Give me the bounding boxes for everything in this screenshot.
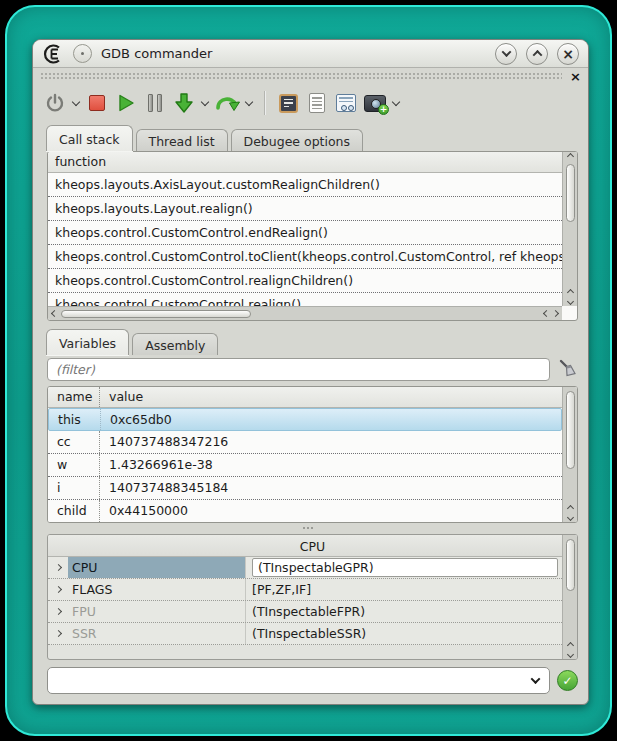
scroll-down-icon[interactable] xyxy=(566,298,573,305)
cpu-panel-title: CPU xyxy=(48,535,577,557)
gdb-command-combobox[interactable] xyxy=(47,667,550,694)
variable-row[interactable]: this 0xc65db0 xyxy=(48,408,562,431)
filter-input[interactable] xyxy=(47,358,550,381)
dock-close-icon[interactable]: × xyxy=(570,70,581,83)
run-button[interactable] xyxy=(114,89,138,117)
tab-call-stack[interactable]: Call stack xyxy=(46,125,133,151)
variable-name: w xyxy=(48,454,100,476)
scroll-left-icon[interactable] xyxy=(543,310,550,317)
tab-thread-list[interactable]: Thread list xyxy=(136,129,228,151)
watch-windows-button[interactable] xyxy=(334,89,358,117)
cpu-view-button[interactable] xyxy=(276,89,300,117)
expand-chevron-icon[interactable] xyxy=(48,631,68,636)
call-stack-row[interactable]: kheops.control.CustomControl.realign() xyxy=(48,293,562,306)
chevron-up-icon xyxy=(532,50,542,60)
call-stack-row[interactable]: kheops.layouts.Layout.realign() xyxy=(48,197,562,221)
column-header-value[interactable]: value xyxy=(100,387,577,407)
cpu-register-row[interactable]: SSR (TInspectableSSR) xyxy=(48,623,562,645)
pause-icon xyxy=(148,94,162,112)
register-value-box[interactable]: (TInspectableGPR) xyxy=(252,558,558,577)
tab-variables[interactable]: Variables xyxy=(46,329,129,355)
register-value: [PF,ZF,IF] xyxy=(246,579,562,600)
tab-debugee-options[interactable]: Debugee options xyxy=(231,129,364,151)
snapshot-add-button[interactable]: + xyxy=(363,89,387,117)
variable-name: i xyxy=(48,477,100,499)
cpu-chip-icon xyxy=(279,94,298,113)
cpu-register-row[interactable]: FPU (TInspectableFPR) xyxy=(48,601,562,623)
scroll-down-icon[interactable] xyxy=(566,651,573,658)
scrollbar-thumb[interactable] xyxy=(566,164,575,222)
scrollbar-thumb[interactable] xyxy=(566,539,575,591)
watch-window-icon xyxy=(336,94,356,112)
dock-grip-texture[interactable] xyxy=(40,72,562,81)
cpu-register-row[interactable]: FLAGS [PF,ZF,IF] xyxy=(48,579,562,601)
step-over-button[interactable] xyxy=(214,89,240,117)
step-over-dropdown-chevron-icon[interactable] xyxy=(245,98,253,106)
output-log-button[interactable] xyxy=(305,89,329,117)
variable-value: 1.43266961e-38 xyxy=(100,454,562,476)
check-icon: ✓ xyxy=(562,674,572,688)
variable-row[interactable]: cc 140737488347216 xyxy=(48,431,562,454)
step-into-button[interactable] xyxy=(172,89,196,117)
call-stack-vertical-scrollbar[interactable] xyxy=(562,152,577,306)
scroll-up-icon[interactable] xyxy=(566,289,573,296)
snapshot-dropdown-chevron-icon[interactable] xyxy=(392,98,400,106)
send-command-button[interactable]: ✓ xyxy=(557,670,578,691)
step-into-dropdown-chevron-icon[interactable] xyxy=(201,98,209,106)
shade-button[interactable] xyxy=(495,43,517,65)
scroll-up-icon[interactable] xyxy=(566,153,573,160)
scroll-left-icon[interactable] xyxy=(51,310,58,317)
variable-name: cc xyxy=(48,431,100,453)
call-stack-column-header[interactable]: function xyxy=(48,152,577,173)
variable-row[interactable]: i 140737488345184 xyxy=(48,477,562,500)
variable-value: 140737488345184 xyxy=(100,477,562,499)
step-into-icon xyxy=(173,92,195,114)
cpu-register-row[interactable]: CPU (TInspectableGPR) xyxy=(48,557,562,579)
app-logo-icon xyxy=(42,43,64,65)
scroll-right-icon[interactable] xyxy=(552,310,559,317)
power-button[interactable] xyxy=(43,89,67,117)
maximize-button[interactable] xyxy=(526,43,548,65)
variables-vertical-scrollbar[interactable] xyxy=(562,387,577,522)
call-stack-row[interactable]: kheops.control.CustomControl.toClient(kh… xyxy=(48,245,562,269)
scrollbar-thumb[interactable] xyxy=(566,391,575,469)
scroll-down-icon[interactable] xyxy=(566,514,573,521)
dock-grip-bar[interactable]: × xyxy=(34,69,587,84)
pause-button[interactable] xyxy=(143,89,167,117)
cpu-vertical-scrollbar[interactable] xyxy=(562,535,577,659)
scroll-up-icon[interactable] xyxy=(566,505,573,512)
power-icon xyxy=(45,93,65,113)
register-name: SSR xyxy=(68,623,246,644)
dock-float-button[interactable] xyxy=(73,44,92,63)
expand-chevron-icon[interactable] xyxy=(48,609,68,614)
variable-row[interactable]: w 1.43266961e-38 xyxy=(48,454,562,477)
register-value: (TInspectableGPR) xyxy=(246,557,562,578)
tab-assembly[interactable]: Assembly xyxy=(132,333,218,355)
power-dropdown-chevron-icon[interactable] xyxy=(72,98,80,106)
variable-row[interactable]: child 0x44150000 xyxy=(48,500,562,522)
call-stack-horizontal-scrollbar[interactable] xyxy=(48,306,562,320)
clear-filter-button[interactable] xyxy=(556,357,580,381)
call-stack-row[interactable]: kheops.control.CustomControl.endRealign(… xyxy=(48,221,562,245)
expand-chevron-icon[interactable] xyxy=(48,587,68,592)
play-icon xyxy=(116,93,136,113)
scrollbar-thumb[interactable] xyxy=(61,310,251,318)
stop-button[interactable] xyxy=(85,89,109,117)
expand-chevron-icon[interactable] xyxy=(48,565,68,570)
camera-plus-icon: + xyxy=(364,95,386,112)
combobox-chevron-down-icon[interactable] xyxy=(531,674,541,684)
toolbar-separator xyxy=(264,91,265,115)
variable-name: this xyxy=(49,409,101,430)
close-button[interactable]: × xyxy=(557,43,579,65)
panel-splitter-handle[interactable] xyxy=(303,527,313,529)
variables-header: name value xyxy=(48,387,577,408)
close-icon: × xyxy=(562,47,574,61)
titlebar[interactable]: GDB commander × xyxy=(33,40,588,68)
call-stack-row[interactable]: kheops.layouts.AxisLayout.customRealignC… xyxy=(48,173,562,197)
secondary-tabbar: Variables Assembly xyxy=(46,329,218,355)
chevron-down-icon xyxy=(501,47,511,57)
window-title: GDB commander xyxy=(101,46,212,61)
scroll-up-icon[interactable] xyxy=(566,642,573,649)
column-header-name[interactable]: name xyxy=(48,387,100,407)
call-stack-row[interactable]: kheops.control.CustomControl.realignChil… xyxy=(48,269,562,293)
